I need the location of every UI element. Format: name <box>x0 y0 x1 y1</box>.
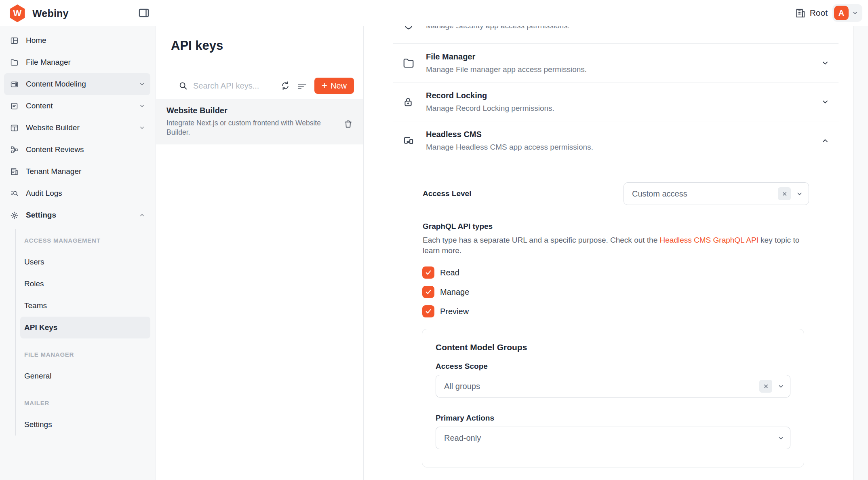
permission-title: File Manager <box>426 52 839 61</box>
chevron-down-icon[interactable] <box>821 98 829 106</box>
access-level-select[interactable]: Custom access <box>624 182 809 205</box>
permission-description: Manage Headless CMS app access permissio… <box>426 143 839 152</box>
checkbox-checked-icon[interactable] <box>422 266 434 279</box>
sort-button[interactable] <box>297 81 307 91</box>
checkbox-read[interactable]: Read <box>422 266 839 279</box>
headless-cms-graphql-api-link[interactable]: Headless CMS GraphQL API <box>660 236 758 244</box>
delete-api-key-button[interactable] <box>343 119 353 129</box>
lock-icon <box>402 96 414 108</box>
chevron-down-icon <box>777 435 784 442</box>
api-key-title: Website Builder <box>166 106 339 115</box>
tenant-manager-icon <box>10 167 19 176</box>
checkbox-manage[interactable]: Manage <box>422 286 839 298</box>
checkbox-checked-icon[interactable] <box>422 305 434 317</box>
app-window: WebinyW Webiny Root <box>0 0 868 480</box>
sidebar-collapse-button[interactable] <box>139 8 149 18</box>
checkbox-label: Manage <box>440 288 469 297</box>
chevron-up-icon[interactable] <box>821 137 829 145</box>
search-input[interactable] <box>193 81 274 91</box>
access-level-label: Access Level <box>423 189 624 198</box>
sidebar-item-settings[interactable]: Settings <box>4 204 150 226</box>
sidebar-item-label: File Manager <box>26 58 71 67</box>
search-toolbar: + New <box>156 72 363 100</box>
sidebar-item-content-reviews[interactable]: Content Reviews <box>4 139 150 161</box>
checkbox-label: Preview <box>440 307 469 316</box>
sidebar-item-website-builder[interactable]: Website Builder <box>4 117 150 139</box>
sidebar-item-file-manager[interactable]: File Manager <box>4 51 150 73</box>
sidebar-item-audit-logs[interactable]: Audit Logs <box>4 182 150 204</box>
sidebar-item-users[interactable]: Users <box>16 251 156 273</box>
content-icon <box>10 102 19 110</box>
permission-description: Manage Record Locking permissions. <box>426 104 839 113</box>
clear-selection-button[interactable] <box>759 380 772 393</box>
sidebar-item-home[interactable]: Home <box>4 30 150 51</box>
avatar: A <box>834 6 849 20</box>
new-api-key-button[interactable]: + New <box>314 78 354 94</box>
sidebar-item-label: Settings <box>26 211 56 220</box>
sidebar-item-mailer-settings[interactable]: Settings <box>16 414 156 436</box>
trash-icon <box>343 119 353 129</box>
checkbox-checked-icon[interactable] <box>422 286 434 298</box>
headless-cms-icon <box>402 135 415 147</box>
permission-row-record-locking: Record Locking Manage Record Locking per… <box>393 82 839 121</box>
sidebar-item-roles[interactable]: Roles <box>16 273 156 295</box>
sidebar-item-content-modeling[interactable]: Content Modeling <box>4 73 150 95</box>
section-heading-mailer: MAILER <box>16 392 156 414</box>
chevron-down-icon <box>139 125 145 131</box>
header-right: Root A <box>795 0 862 26</box>
security-row-header[interactable]: Manage Security app access permissions. <box>393 26 839 43</box>
api-key-description: Integrate Next.js or custom frontend wit… <box>166 118 339 137</box>
access-scope-value: All groups <box>444 382 759 391</box>
select-chevron[interactable] <box>777 383 784 390</box>
chevron-down-icon[interactable] <box>821 59 829 67</box>
sidebar-item-label: Content Modeling <box>26 80 86 89</box>
search-icon <box>179 81 188 90</box>
close-icon <box>763 383 769 389</box>
headless-cms-row-header[interactable]: Headless CMS Manage Headless CMS app acc… <box>393 121 839 160</box>
folder-icon <box>10 58 19 67</box>
permission-description: Manage File manager app access permissio… <box>426 65 839 74</box>
section-heading-file-manager: FILE MANAGER <box>16 343 156 365</box>
sidebar-item-teams[interactable]: Teams <box>16 295 156 317</box>
content-model-groups-title: Content Model Groups <box>436 343 790 352</box>
page-title: API keys <box>171 38 223 53</box>
permission-row-headless-cms: Headless CMS Manage Headless CMS app acc… <box>393 121 839 480</box>
primary-actions-value: Read-only <box>444 433 772 443</box>
shield-icon <box>402 26 415 31</box>
sidebar-item-api-keys[interactable]: API Keys <box>20 317 150 338</box>
sidebar-item-tenant-manager[interactable]: Tenant Manager <box>4 161 150 182</box>
scrollbar-track[interactable] <box>853 26 868 480</box>
content-modeling-icon <box>10 80 19 89</box>
new-button-label: New <box>331 81 347 91</box>
gear-icon <box>10 211 19 220</box>
primary-actions-select[interactable]: Read-only <box>436 427 790 449</box>
sidebar: Home File Manager Content Modeling Cont <box>0 26 156 480</box>
website-builder-icon <box>10 124 19 132</box>
access-level-row: Access Level Custom access <box>423 182 809 205</box>
access-scope-label: Access Scope <box>436 362 790 371</box>
access-scope-select[interactable]: All groups <box>436 375 790 398</box>
select-chevron[interactable] <box>777 435 784 442</box>
close-icon <box>782 191 788 197</box>
clear-selection-button[interactable] <box>778 187 791 200</box>
brand-name: Webiny <box>32 8 69 19</box>
chevron-down-icon <box>852 10 858 16</box>
tenant-switcher[interactable]: Root <box>795 8 828 19</box>
file-manager-row-header[interactable]: File Manager Manage File manager app acc… <box>393 44 839 82</box>
sidebar-item-content[interactable]: Content <box>4 95 150 117</box>
record-locking-row-header[interactable]: Record Locking Manage Record Locking per… <box>393 82 839 121</box>
api-key-list-item[interactable]: Website Builder Integrate Next.js or cus… <box>156 100 363 144</box>
chevron-down-icon <box>139 103 145 109</box>
sidebar-item-label: Home <box>26 36 46 45</box>
sidebar-item-general[interactable]: General <box>16 365 156 387</box>
brand: WebinyW Webiny <box>9 4 69 22</box>
description-text: Each type has a separate URL and a speci… <box>423 236 660 244</box>
refresh-button[interactable] <box>280 81 290 91</box>
checkbox-preview[interactable]: Preview <box>422 305 839 317</box>
user-menu[interactable]: A <box>832 4 862 22</box>
collapse-sidebar-icon <box>139 8 149 18</box>
select-chevron[interactable] <box>796 190 803 197</box>
settings-subnav: ACCESS MANAGEMENT Users Roles Teams API … <box>15 229 156 436</box>
graphql-api-types-description: Each type has a separate URL and a speci… <box>423 235 803 256</box>
sidebar-item-label: Audit Logs <box>26 189 62 198</box>
